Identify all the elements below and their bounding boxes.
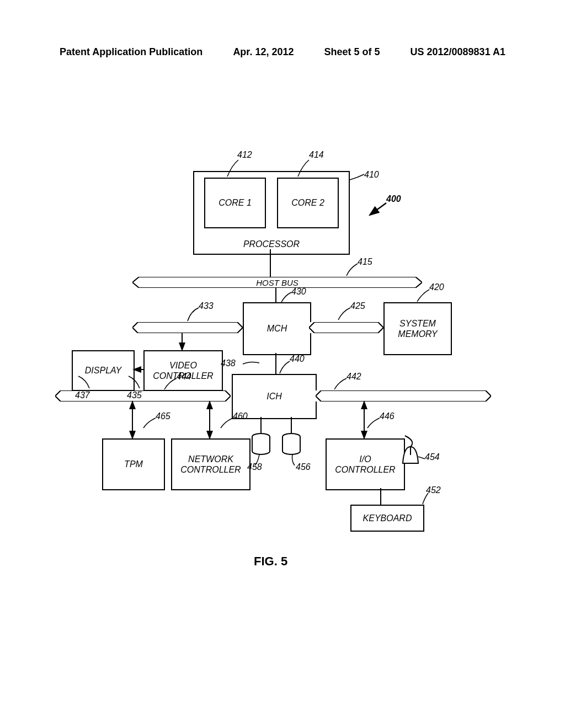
disk-456-icon bbox=[282, 433, 300, 454]
core2-block: CORE 2 bbox=[277, 178, 339, 228]
ich-label: ICH bbox=[266, 391, 282, 402]
ref-440: 440 bbox=[290, 354, 305, 364]
core2-label: CORE 2 bbox=[291, 197, 324, 208]
agp-bus bbox=[132, 322, 243, 333]
svg-point-16 bbox=[282, 433, 300, 440]
svg-point-15 bbox=[252, 433, 270, 440]
mch-label: MCH bbox=[267, 323, 287, 334]
ref-412: 412 bbox=[237, 150, 252, 160]
memory-bus bbox=[309, 322, 383, 333]
ref-452: 452 bbox=[426, 485, 441, 495]
ref-456: 456 bbox=[296, 462, 311, 472]
tpm-block: TPM bbox=[102, 438, 165, 490]
pci-bus-right bbox=[316, 390, 491, 402]
ref-438: 438 bbox=[221, 358, 236, 368]
figure-caption: FIG. 5 bbox=[254, 554, 287, 569]
video-controller-block: VIDEO CONTROLLER bbox=[143, 350, 223, 391]
diagram-figure: PROCESSOR CORE 1 CORE 2 HOST BUS MCH SYS… bbox=[72, 154, 497, 540]
disk-458-icon bbox=[252, 433, 270, 454]
ref-430: 430 bbox=[291, 287, 306, 297]
svg-marker-1 bbox=[309, 322, 383, 333]
ref-437: 437 bbox=[75, 390, 90, 400]
ref-458: 458 bbox=[247, 462, 262, 472]
ref-446: 446 bbox=[380, 411, 395, 421]
ref-454: 454 bbox=[425, 452, 440, 462]
ref-414: 414 bbox=[309, 150, 324, 160]
keyboard-block: KEYBOARD bbox=[350, 505, 424, 532]
mouse-icon bbox=[403, 436, 418, 463]
host-bus-label: HOST BUS bbox=[132, 277, 422, 288]
ref-433: 433 bbox=[199, 301, 214, 311]
ref-460: 460 bbox=[233, 411, 248, 421]
system-memory-label: SYSTEM MEMORY bbox=[398, 318, 437, 339]
publication-label: Patent Application Publication bbox=[60, 46, 202, 58]
io-controller-block: I/O CONTROLLER bbox=[326, 438, 405, 490]
ref-442: 442 bbox=[347, 372, 361, 382]
network-controller-label: NETWORK CONTROLLER bbox=[180, 454, 241, 475]
ref-444: 444 bbox=[177, 372, 191, 382]
page: Patent Application Publication Apr. 12, … bbox=[0, 0, 565, 728]
page-header: Patent Application Publication Apr. 12, … bbox=[60, 46, 505, 58]
ref-410: 410 bbox=[364, 170, 379, 180]
tpm-label: TPM bbox=[124, 459, 143, 469]
svg-marker-2 bbox=[132, 322, 243, 333]
display-block: DISPLAY bbox=[72, 350, 135, 391]
ref-400: 400 bbox=[386, 194, 401, 204]
ref-465: 465 bbox=[156, 411, 170, 421]
svg-marker-4 bbox=[316, 390, 491, 402]
ref-420: 420 bbox=[429, 282, 444, 292]
ref-425: 425 bbox=[350, 301, 365, 311]
processor-label: PROCESSOR bbox=[243, 239, 300, 249]
keyboard-label: KEYBOARD bbox=[363, 513, 412, 523]
pubno-label: US 2012/0089831 A1 bbox=[411, 46, 505, 58]
network-controller-block: NETWORK CONTROLLER bbox=[171, 438, 250, 490]
io-controller-label: I/O CONTROLLER bbox=[335, 454, 395, 475]
mch-block: MCH bbox=[243, 302, 311, 355]
core1-block: CORE 1 bbox=[204, 178, 266, 228]
system-memory-block: SYSTEM MEMORY bbox=[383, 302, 452, 355]
sheet-label: Sheet 5 of 5 bbox=[324, 46, 380, 58]
core1-label: CORE 1 bbox=[218, 197, 252, 208]
display-label: DISPLAY bbox=[85, 365, 121, 376]
ref-415: 415 bbox=[358, 257, 372, 267]
ref-435: 435 bbox=[127, 390, 142, 400]
date-label: Apr. 12, 2012 bbox=[233, 46, 294, 58]
